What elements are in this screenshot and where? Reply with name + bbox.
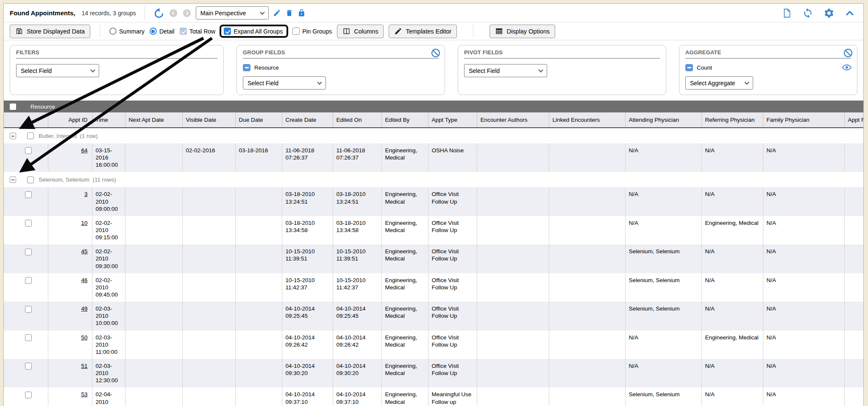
cell: N/A xyxy=(763,302,844,330)
row-checkbox[interactable] xyxy=(25,220,32,227)
cell: 02-02-2010 09:15:00 xyxy=(92,216,125,244)
radio-unchecked-icon xyxy=(109,28,117,35)
perspective-select[interactable]: Main Perspective xyxy=(196,6,269,20)
expand-all-groups-checkbox[interactable]: Expand All Groups xyxy=(224,28,283,35)
cell xyxy=(182,216,235,244)
cell: N/A xyxy=(701,387,763,406)
row-checkbox[interactable] xyxy=(25,334,32,341)
aggregate-select[interactable]: Select Aggregate xyxy=(685,76,753,90)
group-expander[interactable] xyxy=(10,133,16,139)
previous-perspective-icon[interactable] xyxy=(169,8,178,18)
cell: Office Visit Follow Up xyxy=(428,244,477,273)
cell xyxy=(844,359,863,387)
cell xyxy=(182,387,235,406)
new-document-icon[interactable] xyxy=(782,8,792,18)
row-checkbox[interactable] xyxy=(25,249,32,255)
next-perspective-icon[interactable] xyxy=(182,8,192,18)
clear-group-fields-icon[interactable] xyxy=(431,48,441,58)
cell: N/A xyxy=(625,216,701,244)
pin-groups-checkbox[interactable]: Pin Groups xyxy=(292,28,332,35)
detail-radio[interactable]: Detail xyxy=(150,28,175,35)
cell: 04-10-2014 09:26:42 xyxy=(333,330,381,359)
cell xyxy=(549,302,625,330)
display-options-button[interactable]: Display Options xyxy=(490,25,555,38)
cell: 03-18-2010 13:24:51 xyxy=(333,187,381,216)
column-header[interactable]: Time xyxy=(92,112,125,128)
remove-group-field-icon[interactable] xyxy=(243,64,250,71)
row-checkbox[interactable] xyxy=(25,191,32,198)
cell xyxy=(477,187,549,216)
appt-id-link[interactable]: 64 xyxy=(81,147,87,154)
group-select-checkbox[interactable] xyxy=(27,176,34,183)
clear-aggregate-icon[interactable] xyxy=(843,48,853,58)
select-all-checkbox[interactable] xyxy=(10,104,16,110)
cell: 04-10-2014 09:26:42 xyxy=(282,330,333,359)
cell: 10-15-2010 11:42:37 xyxy=(333,273,381,302)
cell: 02-02-2010 09:00:00 xyxy=(92,187,125,216)
delete-perspective-icon[interactable] xyxy=(285,9,293,17)
cell: Engineering, Medical xyxy=(381,359,428,387)
column-header[interactable]: Create Date xyxy=(282,112,333,128)
appt-id-link[interactable]: 10 xyxy=(81,220,87,226)
column-header[interactable]: Next Apt Date xyxy=(125,112,182,128)
column-header[interactable]: Edited By xyxy=(381,112,428,128)
settings-gear-icon[interactable] xyxy=(823,8,835,19)
row-checkbox[interactable] xyxy=(25,147,32,154)
column-header[interactable]: Referring Physician xyxy=(701,112,763,128)
group-fields-select-field[interactable]: Select Field xyxy=(243,76,326,90)
row-checkbox[interactable] xyxy=(25,277,32,284)
appt-id-link[interactable]: 53 xyxy=(81,391,87,398)
total-row-checkbox[interactable]: Total Row xyxy=(180,28,215,35)
appt-id-link[interactable]: 45 xyxy=(81,248,87,255)
column-header[interactable]: Visible Date xyxy=(182,112,235,128)
cell xyxy=(549,330,625,359)
eye-icon[interactable] xyxy=(842,62,852,73)
appt-id-link[interactable]: 46 xyxy=(81,277,87,283)
cell: N/A xyxy=(763,387,844,406)
column-header[interactable]: Due Date xyxy=(235,112,282,128)
column-header[interactable]: Appt ID xyxy=(48,112,92,128)
appointment-row: 5002-03-2010 11:00:0004-10-2014 09:26:42… xyxy=(4,330,863,359)
filters-select-field[interactable]: Select Field xyxy=(16,64,99,77)
column-header[interactable]: Attending Physician xyxy=(625,112,701,128)
templates-editor-button[interactable]: Templates Editor xyxy=(389,25,457,38)
undo-icon[interactable] xyxy=(153,8,164,19)
group-select-checkbox[interactable] xyxy=(27,132,34,139)
chevron-down-icon xyxy=(538,67,543,72)
column-header[interactable]: Family Physician xyxy=(763,112,844,128)
appt-id-link[interactable]: 51 xyxy=(81,363,87,369)
column-header[interactable]: Appt Re xyxy=(844,112,863,128)
column-header[interactable]: Edited On xyxy=(333,112,381,128)
cell: N/A xyxy=(763,359,844,387)
remove-aggregate-icon[interactable] xyxy=(685,64,693,71)
store-displayed-data-button[interactable]: Store Displayed Data xyxy=(10,25,90,38)
summary-radio[interactable]: Summary xyxy=(109,28,145,35)
appointment-row: 4902-03-2010 10:00:0004-10-2014 09:25:45… xyxy=(4,302,863,330)
pivot-fields-select-field[interactable]: Select Field xyxy=(464,64,547,77)
cell xyxy=(844,330,863,359)
cell xyxy=(125,273,182,302)
row-checkbox[interactable] xyxy=(25,392,32,398)
appt-id-link[interactable]: 49 xyxy=(81,305,87,312)
column-header[interactable]: Linked Encounters xyxy=(549,112,625,128)
edit-perspective-icon[interactable] xyxy=(273,9,281,17)
appointment-row: 1002-02-2010 09:15:0003-18-2010 13:34:58… xyxy=(4,216,863,244)
appt-id-link[interactable]: 3 xyxy=(84,191,88,197)
cell: N/A xyxy=(763,273,844,302)
refresh-icon[interactable] xyxy=(802,8,813,19)
column-header-checkbox xyxy=(4,112,48,128)
column-header[interactable]: Encounter Authors xyxy=(477,112,549,128)
appointment-row: 6403-15-2016 16:00:0002-02-201603-18-201… xyxy=(4,143,863,172)
appointment-row: 5102-03-2010 12:30:0004-10-2014 09:30:20… xyxy=(4,359,863,387)
appt-id-link[interactable]: 50 xyxy=(81,334,87,341)
row-checkbox[interactable] xyxy=(25,306,32,313)
columns-button[interactable]: Columns xyxy=(337,25,384,38)
cell xyxy=(549,216,625,244)
group-label: Selenium, Selenium (11 rows) xyxy=(39,176,116,183)
row-checkbox[interactable] xyxy=(25,363,32,370)
group-expander[interactable] xyxy=(10,176,16,183)
lock-perspective-icon[interactable] xyxy=(298,9,306,17)
column-header[interactable]: Appt Type xyxy=(428,112,477,128)
aggregate-panel: AGGREGATE Count Select Aggregate xyxy=(679,45,857,95)
collapse-panel-icon[interactable] xyxy=(845,8,855,18)
